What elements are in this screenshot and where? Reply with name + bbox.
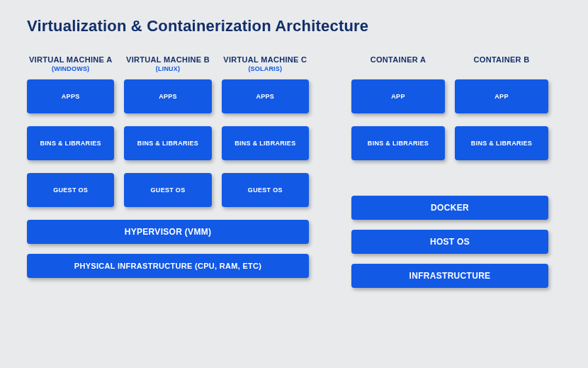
vm-c-apps: APPS — [222, 79, 309, 113]
vm-header-c: VIRTUAL MACHINE C (SOLARIS) — [222, 55, 309, 72]
vm-c-os: GUEST OS — [222, 173, 309, 207]
vm-hypervisor-row: HYPERVISOR (VMM) — [27, 220, 309, 244]
vm-header-b-sub: (LINUX) — [124, 65, 211, 72]
vm-header-a: VIRTUAL MACHINE A (WINDOWS) — [27, 55, 114, 72]
container-header-b-spacer — [455, 65, 548, 72]
vm-b-os: GUEST OS — [124, 173, 211, 207]
container-infra: INFRASTRUCTURE — [351, 264, 548, 288]
vm-a-bins: BINS & LIBRARIES — [27, 126, 114, 160]
container-a-bins: BINS & LIBRARIES — [351, 126, 445, 160]
diagram-title: Virtualization & Containerization Archit… — [27, 17, 561, 35]
vm-b-apps: APPS — [124, 79, 211, 113]
container-bins-row: BINS & LIBRARIES BINS & LIBRARIES — [351, 126, 548, 160]
vm-header-a-sub: (WINDOWS) — [27, 65, 114, 72]
container-b-bins: BINS & LIBRARIES — [455, 126, 548, 160]
container-header-b: CONTAINER B — [455, 55, 548, 72]
vm-bins-row: BINS & LIBRARIES BINS & LIBRARIES BINS &… — [27, 126, 309, 160]
container-header-b-label: CONTAINER B — [455, 55, 548, 65]
container-hostos-row: HOST OS — [351, 230, 548, 254]
container-apps-row: APP APP — [351, 79, 548, 113]
container-header-a: CONTAINER A — [351, 55, 445, 72]
vm-header-a-label: VIRTUAL MACHINE A — [27, 55, 114, 65]
vm-apps-row: APPS APPS APPS — [27, 79, 309, 113]
container-hostos: HOST OS — [351, 230, 548, 254]
vm-header-b: VIRTUAL MACHINE B (LINUX) — [124, 55, 211, 72]
container-gap-spacer — [351, 173, 548, 196]
vm-guestos-row: GUEST OS GUEST OS GUEST OS — [27, 173, 309, 207]
vm-header-c-label: VIRTUAL MACHINE C — [222, 55, 309, 65]
vm-a-apps: APPS — [27, 79, 114, 113]
container-header-a-label: CONTAINER A — [351, 55, 445, 65]
container-stack: CONTAINER A CONTAINER B APP APP BINS & L… — [351, 55, 548, 288]
vm-infra: PHYSICAL INFRASTRUCTURE (CPU, RAM, ETC) — [27, 254, 309, 278]
container-infra-row: INFRASTRUCTURE — [351, 264, 548, 288]
vm-header-b-label: VIRTUAL MACHINE B — [124, 55, 211, 65]
vm-stack: VIRTUAL MACHINE A (WINDOWS) VIRTUAL MACH… — [27, 55, 309, 288]
vm-headers: VIRTUAL MACHINE A (WINDOWS) VIRTUAL MACH… — [27, 55, 309, 72]
container-a-app: APP — [351, 79, 445, 113]
container-b-app: APP — [455, 79, 548, 113]
diagram-stage: VIRTUAL MACHINE A (WINDOWS) VIRTUAL MACH… — [27, 55, 561, 288]
vm-header-c-sub: (SOLARIS) — [222, 65, 309, 72]
vm-b-bins: BINS & LIBRARIES — [124, 126, 211, 160]
container-header-a-spacer — [351, 65, 445, 72]
container-docker: DOCKER — [351, 196, 548, 220]
vm-hypervisor: HYPERVISOR (VMM) — [27, 220, 309, 244]
vm-c-bins: BINS & LIBRARIES — [222, 126, 309, 160]
vm-infra-row: PHYSICAL INFRASTRUCTURE (CPU, RAM, ETC) — [27, 254, 309, 278]
container-docker-row: DOCKER — [351, 196, 548, 220]
vm-a-os: GUEST OS — [27, 173, 114, 207]
container-headers: CONTAINER A CONTAINER B — [351, 55, 548, 72]
